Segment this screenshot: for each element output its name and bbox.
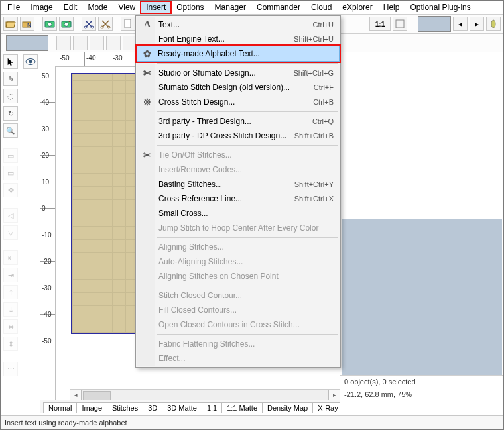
menu-plugins[interactable]: Optional Plug-ins — [405, 1, 475, 13]
lasso-icon[interactable]: ◌ — [3, 89, 18, 103]
tab-density[interactable]: Density Map — [262, 402, 313, 413]
menuitem-shortcut: Ctrl+U — [313, 21, 334, 28]
menu-image[interactable]: Image — [25, 1, 58, 13]
palette-next-icon[interactable]: ▸ — [470, 17, 484, 31]
menuitem-fill-closed-contours: Fill Closed Contours... — [137, 303, 339, 317]
menu-options[interactable]: Options — [171, 1, 209, 13]
menu-explorer[interactable]: eXplorer — [337, 1, 377, 13]
menuitem-cross-reference-line[interactable]: Cross Reference Line...Shift+Ctrl+X — [137, 191, 339, 206]
menuitem-text[interactable]: AText...Ctrl+U — [137, 17, 339, 32]
menuitem-label: Basting Stitches... — [158, 180, 222, 189]
open-icon[interactable] — [3, 17, 18, 31]
tab-normal[interactable]: Normal — [43, 402, 77, 413]
scroll-left-icon[interactable]: ◂ — [70, 390, 82, 400]
menuitem-cross-stitch-design[interactable]: ※Cross Stitch Design...Ctrl+B — [137, 95, 339, 109]
doc-icon[interactable] — [121, 17, 135, 31]
center-h-icon[interactable]: ⇔ — [3, 319, 18, 334]
center-v-icon[interactable]: ⇕ — [3, 337, 18, 351]
tab-xray[interactable]: X-Ray — [312, 402, 340, 413]
menuitem-label: Small Cross... — [158, 209, 208, 218]
tool-b-icon[interactable] — [73, 36, 88, 50]
menuitem-insert-remove-codes: Insert/Remove Codes... — [137, 162, 339, 177]
menuitem-3rd-party-thred-design[interactable]: 3rd party - Thred Design...Ctrl+Q — [137, 114, 339, 129]
tool-d-icon[interactable] — [106, 36, 121, 50]
menu-mode[interactable]: Mode — [82, 1, 113, 13]
scrollbar-horizontal[interactable]: ◂ ▸ — [70, 389, 340, 400]
ruler-h-tick: -40 — [86, 54, 95, 62]
menu-view[interactable]: View — [113, 1, 141, 13]
panel-preview[interactable] — [342, 219, 502, 376]
menu-separator — [157, 237, 338, 238]
camera-icon[interactable] — [42, 17, 57, 31]
menuitem-label: Ready-made Alphabet Text... — [158, 49, 260, 58]
menu-manager[interactable]: Manager — [210, 1, 251, 13]
menu-separator — [157, 111, 338, 112]
color-swatch[interactable] — [418, 16, 451, 32]
menu-insert[interactable]: Insert — [141, 1, 171, 13]
move-icon[interactable]: ✥ — [3, 183, 18, 197]
align-r-icon[interactable]: ⇥ — [3, 268, 18, 282]
menu-commander[interactable]: Commander — [251, 1, 306, 13]
mirror-v-icon[interactable]: ▽ — [3, 225, 18, 240]
menubar: File Image Edit Mode View Insert Options… — [1, 1, 503, 15]
eye-icon[interactable] — [23, 54, 38, 69]
align-b-icon[interactable]: ⤓ — [3, 302, 18, 317]
svg-marker-18 — [8, 58, 13, 66]
menuitem-icon: ✄ — [141, 68, 153, 78]
rotate-icon[interactable]: ↻ — [3, 106, 18, 121]
rect-sel2-icon[interactable]: ▭ — [3, 166, 18, 180]
tab-3d[interactable]: 3D — [143, 402, 162, 413]
menuitem-font-engine-text[interactable]: Font Engine Text...Shift+Ctrl+U — [137, 32, 339, 46]
panel-right: 0 object(s), 0 selected -21.2, 62.8 mm, … — [340, 52, 503, 400]
extra-tool-icon[interactable]: ⋯ — [3, 362, 18, 376]
color-preview[interactable] — [6, 35, 48, 51]
panel-status-coords: -21.2, 62.8 mm, 75% — [340, 388, 503, 400]
open2-icon[interactable]: N — [20, 17, 34, 31]
svg-marker-1 — [6, 22, 15, 27]
menuitem-shortcut: Shift+Ctrl+B — [294, 132, 334, 140]
tab-1to1-matte[interactable]: 1:1 Matte — [221, 402, 263, 413]
menu-help[interactable]: Help — [378, 1, 405, 13]
zoom-1to1-button[interactable]: 1:1 — [369, 17, 391, 31]
tab-3d-matte[interactable]: 3D Matte — [162, 402, 202, 413]
thread-icon[interactable] — [486, 17, 501, 31]
rect-sel-icon[interactable]: ▭ — [3, 148, 18, 163]
tab-1to1[interactable]: 1:1 — [202, 402, 222, 413]
menuitem-icon: ✂ — [141, 150, 153, 160]
ruler-h-tick: -50 — [60, 54, 69, 62]
brush-icon[interactable]: ✎ — [3, 72, 18, 86]
pointer-icon[interactable] — [3, 54, 18, 69]
menuitem-sfumato-stitch-design-old-version[interactable]: Sfumato Stitch Design (old version)...Ct… — [137, 80, 339, 95]
ruler-v-tick: -30 — [42, 284, 51, 292]
zoom-icon[interactable]: 🔍 — [3, 123, 18, 138]
scroll-right-icon[interactable]: ▸ — [328, 390, 340, 400]
menuitem-label: Fill Closed Contours... — [158, 305, 237, 315]
menuitem-stitch-closed-contour: Stitch Closed Contour... — [137, 288, 339, 303]
tool-a-icon[interactable] — [56, 36, 71, 50]
panel-objects[interactable] — [340, 52, 503, 219]
align-l-icon[interactable]: ⇤ — [3, 250, 18, 265]
mirror-h-icon[interactable]: ◁ — [3, 208, 18, 223]
menu-file[interactable]: File — [2, 1, 25, 13]
menuitem-shortcut: Shift+Ctrl+Y — [294, 180, 334, 188]
palette-prev-icon[interactable]: ◂ — [453, 17, 468, 31]
menuitem-ready-made-alphabet-text[interactable]: ✿Ready-made Alphabet Text... — [137, 46, 340, 62]
toolstrip-left-1: ✎ ◌ ↻ 🔍 ▭ ▭ ✥ ◁ ▽ ⇤ ⇥ ⤒ ⤓ ⇔ ⇕ ⋯ — [1, 52, 21, 416]
align-t-icon[interactable]: ⤒ — [3, 285, 18, 299]
tab-image[interactable]: Image — [76, 402, 107, 413]
menuitem-small-cross[interactable]: Small Cross... — [137, 206, 339, 221]
menuitem-label: Aligning Stitches... — [158, 242, 224, 252]
menuitem-basting-stitches[interactable]: Basting Stitches...Shift+Ctrl+Y — [137, 177, 339, 191]
scroll-thumb[interactable] — [83, 391, 111, 400]
settings-small-icon[interactable] — [393, 17, 407, 31]
menu-edit[interactable]: Edit — [58, 1, 83, 13]
menuitem-3rd-party-dp-cross-stitch-design[interactable]: 3rd party - DP Cross Stitch Design...Shi… — [137, 129, 339, 143]
tab-stitches[interactable]: Stitches — [107, 402, 143, 413]
menuitem-studio-or-sfumato-design[interactable]: ✄Studio or Sfumato Design...Shift+Ctrl+G — [137, 66, 339, 80]
scissors2-icon[interactable] — [98, 17, 113, 31]
scissors-icon[interactable] — [82, 17, 96, 31]
menuitem-jump-stitch-to-hoop-center-after-every-color: Jump Stitch to Hoop Center After Every C… — [137, 221, 339, 235]
menu-cloud[interactable]: Cloud — [306, 1, 337, 13]
tool-c-icon[interactable] — [90, 36, 104, 50]
camera2-icon[interactable]: × — [59, 17, 74, 31]
